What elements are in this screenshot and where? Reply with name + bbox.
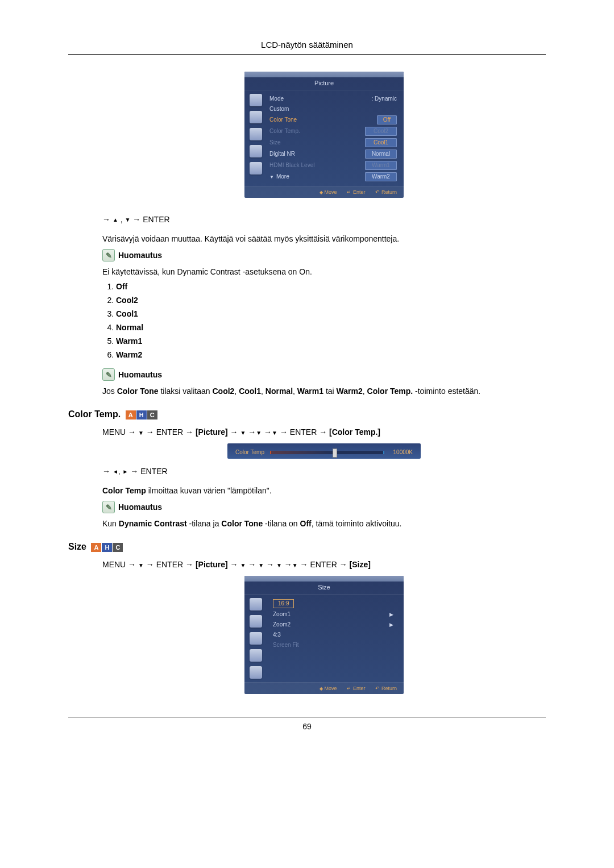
osd-foot-return: Return bbox=[375, 686, 397, 691]
osd-footer: Move Enter Return bbox=[244, 186, 404, 198]
note-icon: ✎ bbox=[102, 249, 115, 261]
note-3: ✎ Huomautus bbox=[102, 501, 546, 513]
paragraph-note2: Jos Color Tone tilaksi valitaan Cool2, C… bbox=[102, 387, 546, 396]
badge-h: H bbox=[102, 543, 112, 552]
osd-size-menu: Size 16:9 Zoom1 ▶ bbox=[244, 576, 404, 694]
osd-size-list: 16:9 Zoom1 ▶ Zoom2 ▶ 4:3 Sc bbox=[267, 595, 404, 682]
osd-row-color-temp: Color Temp. Cool2 bbox=[267, 126, 399, 137]
osd-row-more: ▼More Warm2 bbox=[267, 171, 399, 182]
osd-icon-3 bbox=[250, 128, 262, 140]
osd-icon-4 bbox=[250, 145, 262, 157]
header-rule bbox=[68, 54, 546, 55]
badge-c: C bbox=[147, 410, 157, 420]
temp-label: Color Temp bbox=[235, 449, 264, 455]
osd-row-size: Size Cool1 bbox=[267, 137, 399, 148]
nav-instruction-2: → , → ENTER bbox=[102, 467, 546, 476]
osd-icon-2 bbox=[250, 111, 262, 123]
page: LCD-näytön säätäminen Picture Mode : Dyn… bbox=[0, 0, 614, 868]
tone-cool2: Cool2 bbox=[116, 296, 546, 305]
osd-icon-3 bbox=[250, 632, 262, 645]
content-area: Picture Mode : Dynamic Custom bbox=[68, 72, 546, 694]
note-label: Huomautus bbox=[118, 370, 162, 379]
badge-c: C bbox=[113, 543, 123, 552]
osd-row-color-tone: Color Tone Off bbox=[267, 114, 399, 126]
note-label: Huomautus bbox=[118, 502, 162, 512]
size-row-169: 16:9 bbox=[267, 598, 399, 609]
menu-path-size: MENU → → ENTER → [Picture] → → → → → ENT… bbox=[102, 560, 546, 569]
mode-badges: A H C bbox=[126, 410, 158, 420]
note-icon: ✎ bbox=[102, 501, 115, 513]
size-row-zoom2: Zoom2 ▶ bbox=[267, 620, 399, 630]
page-number: 69 bbox=[68, 722, 546, 731]
size-row-43: 4:3 bbox=[267, 630, 399, 640]
tone-cool1: Cool1 bbox=[116, 309, 546, 318]
badge-h: H bbox=[136, 410, 147, 420]
osd-icon-4 bbox=[250, 649, 262, 662]
osd-icon-1 bbox=[250, 94, 262, 106]
osd-row-hdmi-black: HDMI Black Level Warm1 bbox=[267, 160, 399, 171]
osd-icon-5 bbox=[250, 162, 262, 175]
paragraph-note1: Ei käytettävissä, kun Dynamic Contrast -… bbox=[102, 267, 546, 276]
osd-icon-2 bbox=[250, 615, 262, 628]
osd-picture-menu: Picture Mode : Dynamic Custom bbox=[244, 72, 404, 198]
osd-side-icons bbox=[244, 90, 267, 186]
temp-handle bbox=[333, 448, 337, 458]
tone-off: Off bbox=[116, 282, 546, 291]
osd-top-bar bbox=[244, 72, 404, 77]
badge-a: A bbox=[91, 543, 101, 552]
tone-warm2: Warm2 bbox=[116, 350, 546, 359]
osd-title: Picture bbox=[244, 77, 404, 90]
osd-row-mode: Mode : Dynamic bbox=[267, 94, 399, 104]
page-header-title: LCD-näytön säätäminen bbox=[68, 40, 546, 49]
size-row-screenfit: Screen Fit bbox=[267, 640, 399, 650]
nav-instruction-1: → , → ENTER bbox=[102, 215, 546, 224]
osd-color-temp-slider: Color Temp 10000K bbox=[227, 443, 421, 459]
note-1: ✎ Huomautus bbox=[102, 249, 546, 261]
tone-options-list: Off Cool2 Cool1 Normal Warm1 Warm2 bbox=[102, 282, 546, 359]
size-row-zoom1: Zoom1 ▶ bbox=[267, 609, 399, 620]
osd-foot-enter: Enter bbox=[347, 686, 365, 691]
temp-bar bbox=[270, 451, 384, 454]
osd-foot-enter: Enter bbox=[347, 189, 365, 195]
osd-item-list: Mode : Dynamic Custom Color Tone Off Col… bbox=[267, 90, 404, 186]
menu-path-color-temp: MENU → → ENTER → [Picture] → → → → ENTER… bbox=[102, 427, 546, 437]
osd-top-bar bbox=[244, 576, 404, 582]
osd-row-digital-nr: Digital NR Normal bbox=[267, 148, 399, 160]
osd-size-title: Size bbox=[244, 582, 404, 595]
osd-row-custom: Custom bbox=[267, 104, 399, 114]
tone-warm1: Warm1 bbox=[116, 337, 546, 346]
osd-icon-5 bbox=[250, 666, 262, 679]
paragraph-ct1: Color Temp ilmoittaa kuvan värien "lämpö… bbox=[102, 486, 546, 495]
heading-color-temp: Color Temp. A H C bbox=[68, 409, 546, 420]
paragraph-ct2: Kun Dynamic Contrast -tilana ja Color To… bbox=[102, 519, 546, 528]
note-2: ✎ Huomautus bbox=[102, 368, 546, 381]
mode-badges: A H C bbox=[91, 543, 123, 552]
tone-normal: Normal bbox=[116, 323, 546, 332]
badge-a: A bbox=[126, 410, 136, 420]
osd-foot-return: Return bbox=[375, 189, 397, 195]
osd-foot-move: Move bbox=[320, 189, 337, 195]
heading-size: Size A H C bbox=[68, 542, 546, 552]
osd-side-icons bbox=[244, 595, 267, 682]
osd-size-footer: Move Enter Return bbox=[244, 682, 404, 694]
footer-rule bbox=[68, 717, 546, 717]
osd-foot-move: Move bbox=[320, 686, 337, 691]
osd-icon-1 bbox=[250, 598, 262, 610]
note-icon: ✎ bbox=[102, 368, 115, 381]
note-label: Huomautus bbox=[118, 251, 162, 260]
temp-value: 10000K bbox=[393, 449, 413, 455]
paragraph-intro: Värisävyjä voidaan muuttaa. Käyttäjä voi… bbox=[102, 234, 546, 243]
